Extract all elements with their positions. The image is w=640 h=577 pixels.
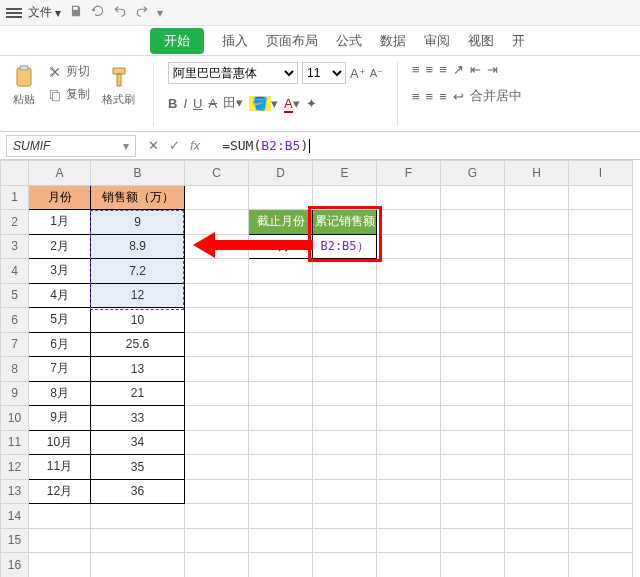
cell-E11[interactable] bbox=[313, 430, 377, 455]
cell-E3[interactable]: B2:B5） bbox=[313, 234, 377, 259]
cancel-icon[interactable]: ✕ bbox=[148, 138, 159, 153]
cell-F13[interactable] bbox=[377, 479, 441, 504]
phonetic-button[interactable]: ✦ bbox=[306, 96, 317, 111]
cell-E8[interactable] bbox=[313, 357, 377, 382]
align-center-icon[interactable]: ≡ bbox=[426, 89, 434, 104]
cell-E6[interactable] bbox=[313, 308, 377, 333]
cell-I2[interactable] bbox=[569, 210, 633, 235]
tab-layout[interactable]: 页面布局 bbox=[266, 32, 318, 50]
cell-D3[interactable]: 4月 bbox=[249, 234, 313, 259]
cell-F8[interactable] bbox=[377, 357, 441, 382]
cell-G9[interactable] bbox=[441, 381, 505, 406]
cell-B3[interactable]: 8.9 bbox=[91, 234, 185, 259]
cell-A11[interactable]: 10月 bbox=[29, 430, 91, 455]
cell-E10[interactable] bbox=[313, 406, 377, 431]
cell-E2[interactable]: 累记销售额 bbox=[313, 210, 377, 235]
cell-I8[interactable] bbox=[569, 357, 633, 382]
row-header-15[interactable]: 15 bbox=[1, 528, 29, 553]
cell-C1[interactable] bbox=[185, 185, 249, 210]
row-header-16[interactable]: 16 bbox=[1, 553, 29, 578]
cell-A9[interactable]: 8月 bbox=[29, 381, 91, 406]
row-header-11[interactable]: 11 bbox=[1, 430, 29, 455]
orientation-icon[interactable]: ↗ bbox=[453, 62, 464, 77]
cell-F16[interactable] bbox=[377, 553, 441, 578]
cell-D16[interactable] bbox=[249, 553, 313, 578]
cell-E13[interactable] bbox=[313, 479, 377, 504]
paste-button[interactable]: 粘贴 bbox=[8, 62, 40, 109]
tab-open[interactable]: 开 bbox=[512, 32, 525, 50]
indent-dec-icon[interactable]: ⇤ bbox=[470, 62, 481, 77]
cell-H10[interactable] bbox=[505, 406, 569, 431]
align-left-icon[interactable]: ≡ bbox=[412, 89, 420, 104]
cell-B10[interactable]: 33 bbox=[91, 406, 185, 431]
cell-C10[interactable] bbox=[185, 406, 249, 431]
cell-C9[interactable] bbox=[185, 381, 249, 406]
name-box[interactable]: SUMIF ▾ bbox=[6, 135, 136, 157]
qat-dropdown-icon[interactable]: ▾ bbox=[157, 6, 163, 20]
border-button[interactable]: 田▾ bbox=[223, 94, 243, 112]
decrease-font-icon[interactable]: A⁻ bbox=[370, 67, 383, 80]
cell-H13[interactable] bbox=[505, 479, 569, 504]
cell-B11[interactable]: 34 bbox=[91, 430, 185, 455]
cell-A3[interactable]: 2月 bbox=[29, 234, 91, 259]
cell-D7[interactable] bbox=[249, 332, 313, 357]
cell-G2[interactable] bbox=[441, 210, 505, 235]
cell-H3[interactable] bbox=[505, 234, 569, 259]
cell-F10[interactable] bbox=[377, 406, 441, 431]
cell-A15[interactable] bbox=[29, 528, 91, 553]
cell-D11[interactable] bbox=[249, 430, 313, 455]
cell-G5[interactable] bbox=[441, 283, 505, 308]
cell-H7[interactable] bbox=[505, 332, 569, 357]
cell-D9[interactable] bbox=[249, 381, 313, 406]
cell-I16[interactable] bbox=[569, 553, 633, 578]
tab-review[interactable]: 审阅 bbox=[424, 32, 450, 50]
cell-G13[interactable] bbox=[441, 479, 505, 504]
redo-icon[interactable] bbox=[135, 4, 149, 21]
cell-G7[interactable] bbox=[441, 332, 505, 357]
cell-B1[interactable]: 销售额（万） bbox=[91, 185, 185, 210]
cell-I5[interactable] bbox=[569, 283, 633, 308]
cell-H11[interactable] bbox=[505, 430, 569, 455]
cell-B4[interactable]: 7.2 bbox=[91, 259, 185, 284]
cell-C3[interactable] bbox=[185, 234, 249, 259]
spreadsheet-grid[interactable]: A B C D E F G H I 1 月份 销售额（万） 2 1月 9 截止月… bbox=[0, 160, 640, 577]
row-header-10[interactable]: 10 bbox=[1, 406, 29, 431]
cell-H2[interactable] bbox=[505, 210, 569, 235]
select-all-corner[interactable] bbox=[1, 161, 29, 186]
align-mid-icon[interactable]: ≡ bbox=[426, 62, 434, 77]
row-header-5[interactable]: 5 bbox=[1, 283, 29, 308]
cell-E16[interactable] bbox=[313, 553, 377, 578]
cell-B2[interactable]: 9 bbox=[91, 210, 185, 235]
cell-I11[interactable] bbox=[569, 430, 633, 455]
copy-button[interactable]: 复制 bbox=[46, 85, 92, 104]
cell-G16[interactable] bbox=[441, 553, 505, 578]
cell-G4[interactable] bbox=[441, 259, 505, 284]
cell-E15[interactable] bbox=[313, 528, 377, 553]
cell-F6[interactable] bbox=[377, 308, 441, 333]
cell-H4[interactable] bbox=[505, 259, 569, 284]
cell-H9[interactable] bbox=[505, 381, 569, 406]
cell-D15[interactable] bbox=[249, 528, 313, 553]
save-icon[interactable] bbox=[69, 4, 83, 21]
col-header-A[interactable]: A bbox=[29, 161, 91, 186]
cell-G11[interactable] bbox=[441, 430, 505, 455]
merge-button[interactable]: 合并居中 bbox=[470, 87, 522, 105]
bold-button[interactable]: B bbox=[168, 96, 177, 111]
tab-data[interactable]: 数据 bbox=[380, 32, 406, 50]
row-header-14[interactable]: 14 bbox=[1, 504, 29, 529]
cell-I12[interactable] bbox=[569, 455, 633, 480]
row-header-8[interactable]: 8 bbox=[1, 357, 29, 382]
align-top-icon[interactable]: ≡ bbox=[412, 62, 420, 77]
cell-I13[interactable] bbox=[569, 479, 633, 504]
col-header-H[interactable]: H bbox=[505, 161, 569, 186]
cell-F2[interactable] bbox=[377, 210, 441, 235]
cell-C11[interactable] bbox=[185, 430, 249, 455]
tab-view[interactable]: 视图 bbox=[468, 32, 494, 50]
cell-F3[interactable] bbox=[377, 234, 441, 259]
hamburger-icon[interactable] bbox=[6, 8, 22, 18]
row-header-1[interactable]: 1 bbox=[1, 185, 29, 210]
cell-C16[interactable] bbox=[185, 553, 249, 578]
cell-E1[interactable] bbox=[313, 185, 377, 210]
align-bot-icon[interactable]: ≡ bbox=[439, 62, 447, 77]
tab-insert[interactable]: 插入 bbox=[222, 32, 248, 50]
